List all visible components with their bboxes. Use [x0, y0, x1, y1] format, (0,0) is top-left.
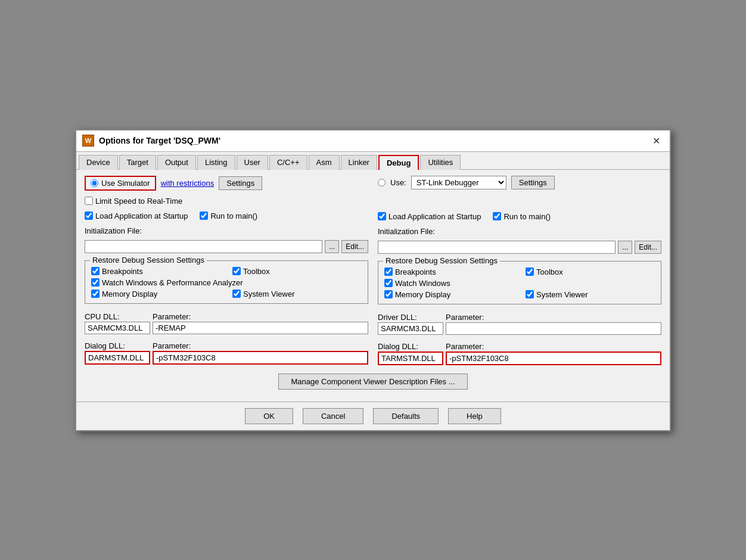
tab-user[interactable]: User — [237, 155, 268, 170]
right-dialog-dll-section: Dialog DLL: Parameter: — [378, 342, 661, 365]
right-driver-param-label: Parameter: — [446, 313, 484, 322]
right-edit-button[interactable]: Edit... — [635, 241, 661, 254]
right-dialog-dll-label: Dialog DLL: — [378, 342, 443, 351]
left-breakpoints-label[interactable]: Breakpoints — [91, 267, 220, 276]
left-restore-group-title: Restore Debug Session Settings — [90, 256, 207, 265]
left-cpu-param-label: Parameter: — [153, 312, 191, 321]
right-driver-dll-label: Driver DLL: — [378, 313, 443, 322]
simulator-row: Use Simulator with restrictions Settings — [85, 176, 368, 191]
tab-target[interactable]: Target — [119, 155, 156, 170]
right-browse-button[interactable]: ... — [618, 241, 632, 254]
use-label: Use: — [390, 178, 406, 187]
tab-cpp[interactable]: C/C++ — [269, 155, 307, 170]
right-driver-param-input[interactable] — [446, 322, 661, 335]
right-system-viewer-checkbox[interactable] — [526, 290, 534, 298]
right-run-to-main-checkbox[interactable] — [493, 212, 501, 220]
tab-output[interactable]: Output — [157, 155, 196, 170]
right-watch-windows-checkbox[interactable] — [384, 279, 393, 287]
limit-speed-row: Limit Speed to Real-Time — [85, 197, 368, 206]
left-memory-display-label[interactable]: Memory Display — [91, 290, 220, 298]
left-watch-windows-checkbox[interactable] — [91, 278, 100, 287]
simulator-settings-button[interactable]: Settings — [219, 176, 262, 190]
right-settings-button[interactable]: Settings — [511, 176, 555, 189]
right-column: Use: ST-Link Debugger Settings Load Appl… — [378, 176, 661, 369]
limit-speed-label[interactable]: Limit Speed to Real-Time — [85, 197, 182, 206]
left-init-file-input[interactable] — [85, 240, 322, 253]
left-memory-display-checkbox[interactable] — [91, 290, 100, 298]
left-system-viewer-label[interactable]: System Viewer — [232, 290, 362, 298]
tab-debug[interactable]: Debug — [378, 155, 419, 170]
tab-device[interactable]: Device — [79, 155, 118, 170]
right-load-app-checkbox[interactable] — [378, 212, 386, 220]
footer: OK Cancel Defaults Help — [76, 402, 670, 430]
right-watch-windows-label[interactable]: Watch Windows — [384, 279, 514, 288]
left-edit-button[interactable]: Edit... — [341, 240, 368, 253]
tab-bar: Device Target Output Listing User C/C++ … — [76, 152, 670, 170]
right-restore-group-title: Restore Debug Session Settings — [383, 256, 500, 265]
left-watch-windows-label[interactable]: Watch Windows & Performance Analyzer — [91, 278, 362, 287]
right-run-to-main-label[interactable]: Run to main() — [493, 212, 551, 221]
left-dialog-param-input[interactable] — [153, 351, 368, 365]
left-run-to-main-label[interactable]: Run to main() — [200, 211, 257, 220]
left-system-viewer-checkbox[interactable] — [232, 290, 241, 298]
tab-asm[interactable]: Asm — [309, 155, 340, 170]
main-content: Use Simulator with restrictions Settings… — [76, 170, 670, 402]
left-cpu-dll-row — [85, 322, 368, 334]
cancel-button[interactable]: Cancel — [303, 408, 363, 424]
app-icon: W — [82, 135, 94, 147]
right-driver-dll-section: Driver DLL: Parameter: — [378, 313, 661, 335]
right-load-app-label[interactable]: Load Application at Startup — [378, 212, 481, 221]
right-toolbox-label[interactable]: Toolbox — [526, 267, 655, 276]
left-dialog-dll-label: Dialog DLL: — [85, 341, 150, 350]
use-simulator-label: Use Simulator — [101, 179, 150, 188]
left-load-app-checkbox[interactable] — [85, 211, 93, 220]
left-toolbox-checkbox[interactable] — [232, 267, 241, 275]
tab-utilities[interactable]: Utilities — [420, 155, 461, 170]
left-column: Use Simulator with restrictions Settings… — [85, 176, 368, 369]
left-cpu-dll-input[interactable] — [85, 322, 150, 334]
right-init-file-input[interactable] — [378, 241, 616, 254]
right-dialog-param-input[interactable] — [446, 351, 661, 365]
tab-linker[interactable]: Linker — [341, 155, 377, 170]
debugger-select[interactable]: ST-Link Debugger — [411, 176, 506, 189]
right-toolbox-checkbox[interactable] — [526, 267, 534, 276]
right-spacer — [378, 195, 661, 209]
close-button[interactable]: ✕ — [649, 134, 664, 148]
right-memory-display-label[interactable]: Memory Display — [384, 290, 514, 299]
bottom-section: Manage Component Viewer Description File… — [85, 374, 661, 390]
right-startup-row: Load Application at Startup Run to main(… — [378, 212, 661, 221]
use-simulator-radio[interactable] — [91, 179, 98, 187]
left-run-to-main-checkbox[interactable] — [200, 211, 208, 220]
tab-listing[interactable]: Listing — [197, 155, 235, 170]
right-driver-dll-input[interactable] — [378, 322, 443, 335]
right-empty-cell — [526, 279, 655, 288]
ok-button[interactable]: OK — [245, 408, 293, 424]
right-memory-display-checkbox[interactable] — [384, 290, 393, 298]
limit-speed-checkbox[interactable] — [85, 197, 93, 205]
right-dialog-dll-row — [378, 351, 661, 365]
right-dialog-dll-input[interactable] — [378, 351, 443, 365]
left-cpu-param-input[interactable] — [153, 322, 368, 334]
right-breakpoints-checkbox[interactable] — [384, 267, 393, 276]
right-init-file-label: Initialization File: — [378, 227, 661, 236]
right-debugger-row: Use: ST-Link Debugger Settings — [378, 176, 661, 189]
left-toolbox-label[interactable]: Toolbox — [232, 267, 362, 276]
right-dialog-labels: Dialog DLL: Parameter: — [378, 342, 661, 351]
left-load-app-label[interactable]: Load Application at Startup — [85, 211, 188, 220]
defaults-button[interactable]: Defaults — [373, 408, 439, 424]
help-button[interactable]: Help — [448, 408, 501, 424]
manage-component-viewer-button[interactable]: Manage Component Viewer Description File… — [278, 374, 467, 390]
left-cpu-dll-section: CPU DLL: Parameter: — [85, 312, 368, 334]
left-checkboxes-grid: Breakpoints Toolbox Watch Windows & Perf… — [91, 267, 362, 298]
left-breakpoints-checkbox[interactable] — [91, 267, 100, 275]
use-debugger-radio[interactable] — [378, 179, 386, 186]
left-browse-button[interactable]: ... — [325, 240, 339, 253]
right-restore-group: Restore Debug Session Settings Breakpoin… — [378, 261, 661, 304]
right-breakpoints-label[interactable]: Breakpoints — [384, 267, 514, 276]
left-startup-row: Load Application at Startup Run to main(… — [85, 211, 368, 220]
right-init-row: ... Edit... — [378, 241, 661, 254]
two-column-layout: Use Simulator with restrictions Settings… — [85, 176, 661, 369]
with-restrictions-link[interactable]: with restrictions — [161, 179, 215, 188]
left-dialog-dll-input[interactable] — [85, 351, 150, 365]
right-system-viewer-label[interactable]: System Viewer — [526, 290, 655, 299]
